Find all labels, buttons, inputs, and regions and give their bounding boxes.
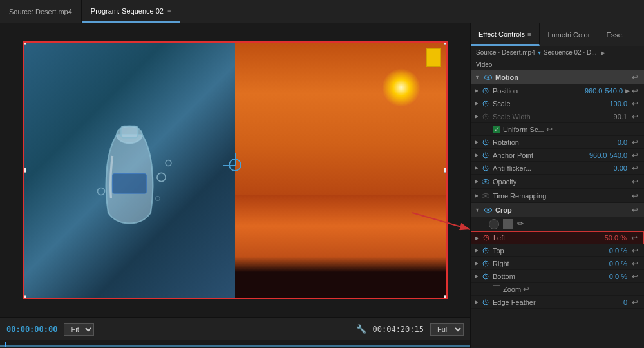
zoom-checkbox[interactable] [493,285,500,293]
tab-effect-controls[interactable]: Effect Controls ≡ [471,23,540,46]
bottom-reset[interactable]: ↩ [630,271,640,282]
top-tab-bar: Source: Desert.mp4 Program: Sequence 02 … [0,0,644,23]
svg-point-5 [98,188,105,195]
top-chevron[interactable]: ▶ [475,247,481,253]
top-reset[interactable]: ↩ [630,246,640,256]
position-clock-icon[interactable] [481,86,490,95]
left-value[interactable]: 50.0 % [605,234,627,242]
effect-tab-menu-icon[interactable]: ≡ [527,30,531,38]
bottom-chevron[interactable]: ▶ [475,273,481,279]
anti-flicker-label: Anti-flicker... [493,164,614,172]
position-y-value[interactable]: 540.0 [605,87,623,95]
edge-feather-label: Edge Feather [493,298,623,306]
opacity-chevron[interactable]: ▶ [475,179,481,184]
source-arrow[interactable]: ▾ [538,49,541,56]
position-label: Position [493,87,585,95]
scale-width-value[interactable]: 90.1 [614,113,627,121]
scale-chevron[interactable]: ▶ [475,101,481,106]
time-remap-chevron[interactable]: ▶ [475,193,481,198]
tab-essential[interactable]: Esse... [598,23,636,46]
time-remap-eye-icon[interactable] [481,191,490,200]
right-chevron[interactable]: ▶ [475,260,481,266]
crop-tool-pen[interactable]: ✏ [517,219,527,229]
right-clock-icon[interactable] [481,259,490,268]
crop-eye-icon[interactable] [484,206,493,215]
left-clock-icon[interactable] [482,233,491,242]
motion-eye-icon[interactable] [484,73,493,82]
timeline-bar[interactable] [0,340,470,348]
left-chevron[interactable]: ▶ [475,235,482,241]
corner-handle-bl[interactable] [23,295,26,299]
rotation-value[interactable]: 0.0 [618,139,627,146]
uniform-scale-reset[interactable]: ↩ [544,124,554,135]
scale-width-clock-icon[interactable] [481,112,490,121]
anchor-x-value[interactable]: 960.0 [589,151,607,159]
anchor-y-value[interactable]: 540.0 [609,151,627,159]
tab-source[interactable]: Source: Desert.mp4 [0,0,82,23]
crop-tool-circle[interactable] [489,219,499,229]
position-x-value[interactable]: 960.0 [585,87,603,95]
anti-flicker-chevron[interactable]: ▶ [475,165,481,171]
motion-chevron: ▼ [475,74,481,81]
edge-feather-clock-icon[interactable] [481,298,490,307]
sequence-arrow[interactable]: ▶ [601,50,605,56]
left-reset[interactable]: ↩ [629,233,639,243]
corner-handle-tl[interactable] [23,41,26,45]
crop-section-header[interactable]: ▼ Crop ↩ [471,203,644,217]
scale-clock-icon[interactable] [481,99,490,108]
crop-tool-rect[interactable] [503,219,513,229]
scale-reset[interactable]: ↩ [630,99,640,109]
position-chevron[interactable]: ▶ [475,88,481,93]
top-clock-icon[interactable] [481,246,490,255]
top-value[interactable]: 0.0 % [609,247,627,255]
tab-lumetri[interactable]: Lumetri Color [540,23,598,46]
effect-source-bar: Source · Desert.mp4 ▾ Sequence 02 · D...… [471,46,644,59]
opacity-reset[interactable]: ↩ [630,177,640,187]
opacity-section[interactable]: ▶ Opacity ↩ [471,175,644,189]
right-value[interactable]: 0.0 % [609,260,627,267]
crop-reset[interactable]: ↩ [630,205,640,215]
side-handle-right[interactable] [444,168,448,173]
corner-handle-tr[interactable] [444,41,448,45]
uniform-scale-checkbox[interactable]: ✓ [493,126,500,133]
crop-label: Crop [495,206,630,214]
side-handle-left[interactable] [23,168,26,173]
anchor-point-handle[interactable] [229,159,242,171]
anti-flicker-value[interactable]: 0.00 [614,164,627,172]
anchor-reset[interactable]: ↩ [630,150,640,160]
opacity-eye-icon[interactable] [481,177,490,186]
scale-value[interactable]: 100.0 [609,100,627,108]
fit-select[interactable]: Fit [64,323,94,336]
bottom-value[interactable]: 0.0 % [609,273,627,280]
sun-glow [382,68,421,107]
bottom-clock-icon[interactable] [481,272,490,281]
rotation-chevron[interactable]: ▶ [475,139,481,145]
rotation-reset[interactable]: ↩ [630,137,640,148]
edge-feather-reset[interactable]: ↩ [630,297,640,307]
prop-row-position: ▶ Position 960.0 540.0 ▶ ↩ [471,84,644,97]
tab-program-menu-icon[interactable]: ≡ [167,8,171,14]
rotation-clock-icon[interactable] [481,138,490,147]
motion-reset-icon[interactable]: ↩ [630,72,640,82]
edge-feather-chevron[interactable]: ▶ [475,299,481,305]
scale-width-chevron[interactable]: ▶ [475,113,481,119]
time-remapping-section[interactable]: ▶ Time Remapping ↩ [471,189,644,203]
wrench-icon[interactable]: 🔧 [356,324,366,334]
zoom-reset[interactable]: ↩ [521,284,531,295]
position-reset[interactable]: ↩ [630,86,640,96]
tab-program[interactable]: Program: Sequence 02 ≡ [82,0,180,23]
prop-row-scale: ▶ Scale 100.0 ↩ [471,97,644,110]
full-select[interactable]: Full [430,323,464,336]
anchor-clock-icon[interactable] [481,151,490,160]
essential-label: Esse... [606,31,628,39]
anti-flicker-clock-icon[interactable] [481,164,490,173]
edge-feather-value[interactable]: 0 [623,298,627,306]
scale-width-reset[interactable]: ↩ [630,111,640,122]
timeline-progress [0,345,470,347]
anchor-chevron[interactable]: ▶ [475,152,481,158]
time-remap-reset[interactable]: ↩ [630,191,640,201]
corner-handle-br[interactable] [444,295,448,299]
motion-section-header[interactable]: ▼ Motion ↩ [471,70,644,84]
anti-flicker-reset[interactable]: ↩ [630,163,640,173]
right-reset[interactable]: ↩ [630,258,640,269]
